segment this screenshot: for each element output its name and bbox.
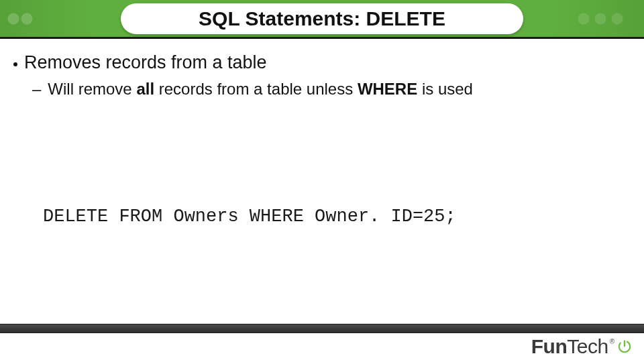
bullet-l2-text: Will remove all records from a table unl…	[48, 80, 473, 99]
logo-part2: Tech	[567, 335, 608, 357]
l2-mid: records from a table unless	[154, 80, 358, 98]
l2-suffix: is used	[417, 80, 473, 98]
title-pill: SQL Statements: DELETE	[121, 3, 523, 34]
logo-text: FunTech	[531, 335, 608, 358]
bullet-l1-text: Removes records from a table	[24, 52, 267, 73]
footer-band	[0, 324, 644, 333]
code-line: DELETE FROM Owners WHERE Owner. ID=25;	[43, 206, 456, 227]
l2-bold-where: WHERE	[358, 80, 417, 98]
power-icon	[617, 339, 632, 354]
dash-icon: –	[32, 80, 41, 99]
body: Removes records from a table – Will remo…	[13, 52, 631, 99]
l2-bold-all: all	[136, 80, 154, 98]
bullet-dot-icon	[13, 62, 17, 66]
slide: SQL Statements: DELETE Removes records f…	[0, 0, 644, 362]
brand-logo: FunTech ®	[531, 335, 632, 358]
slide-title: SQL Statements: DELETE	[168, 7, 476, 30]
bullet-level1: Removes records from a table	[13, 52, 631, 73]
logo-part1: Fun	[531, 335, 567, 357]
registered-mark: ®	[610, 338, 614, 345]
bullet-level2: – Will remove all records from a table u…	[32, 80, 631, 99]
l2-prefix: Will remove	[48, 80, 136, 98]
header-rule	[0, 37, 644, 39]
